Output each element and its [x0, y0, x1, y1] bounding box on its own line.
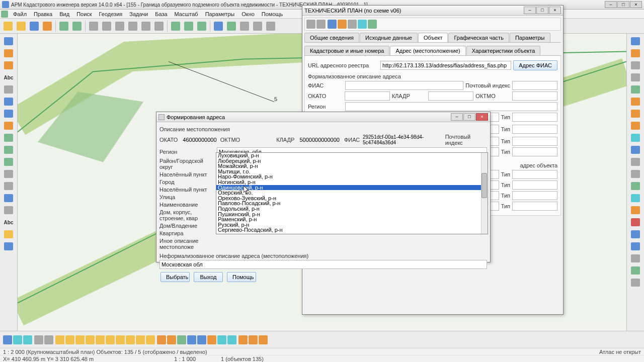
toolbar-globe[interactable]	[225, 20, 237, 32]
addr-max[interactable]: □	[463, 113, 475, 121]
tech-plan-close[interactable]: ×	[549, 7, 561, 14]
tp-tb-2[interactable]	[316, 20, 326, 29]
dropdown-item[interactable]: Ногинский, р-н	[216, 179, 488, 185]
subtab-chars[interactable]: Характеристики объекта	[466, 46, 541, 55]
type2-3[interactable]	[512, 191, 557, 200]
btb-23[interactable]	[227, 335, 236, 344]
btb-25[interactable]	[249, 335, 258, 344]
btb-19[interactable]	[187, 335, 196, 344]
btb-9[interactable]	[86, 335, 95, 344]
tech-plan-max[interactable]: □	[536, 7, 548, 14]
btb-1[interactable]	[3, 335, 12, 344]
window-min-button[interactable]: –	[605, 1, 617, 8]
tp-tb-1[interactable]	[306, 20, 315, 29]
window-close-button[interactable]: ×	[630, 1, 642, 8]
type2-4[interactable]	[512, 202, 557, 211]
okato-input[interactable]	[345, 92, 390, 101]
btb-22[interactable]	[217, 335, 226, 344]
btb-6[interactable]	[55, 335, 64, 344]
rtool-12[interactable]	[629, 168, 642, 179]
rtool-14[interactable]	[629, 193, 642, 204]
toolbar-c[interactable]	[127, 20, 139, 32]
rtool-5[interactable]	[629, 84, 642, 95]
type-input-1[interactable]	[512, 113, 557, 122]
tech-plan-min[interactable]: –	[524, 7, 536, 14]
tp-tb-7[interactable]	[368, 20, 377, 29]
rtool-8[interactable]	[629, 120, 642, 131]
addr-select-btn[interactable]: Выбрать	[160, 272, 190, 282]
btb-15[interactable]	[146, 335, 155, 344]
rtool-9[interactable]	[629, 132, 642, 143]
type2-1[interactable]	[512, 170, 557, 179]
toolbar-d[interactable]	[140, 20, 152, 32]
tab-object[interactable]: Объект	[418, 33, 448, 42]
toolbar-a[interactable]	[101, 20, 113, 32]
tab-source[interactable]: Исходные данные	[360, 33, 418, 42]
rtool-20[interactable]	[629, 265, 642, 276]
btb-21[interactable]	[207, 335, 216, 344]
menu-file[interactable]: Файл	[10, 10, 30, 18]
toolbar-new[interactable]	[2, 20, 14, 32]
toolbar-print[interactable]	[88, 20, 100, 32]
addr-help-btn[interactable]: Помощь	[227, 272, 256, 282]
btb-8[interactable]	[75, 335, 85, 344]
btb-24[interactable]	[238, 335, 248, 344]
tool-poly[interactable]	[2, 108, 15, 119]
rtool-15[interactable]	[629, 205, 642, 216]
rtool-13[interactable]	[629, 180, 642, 192]
dropdown-item[interactable]: Одинцовский, р-н	[216, 185, 488, 191]
rtool-7[interactable]	[629, 108, 642, 119]
dropdown-item[interactable]: Раменский, р-н	[216, 217, 488, 222]
menu-view[interactable]: Вид	[56, 10, 73, 18]
dropdown-item[interactable]: Подольский, р-н	[216, 206, 488, 212]
btb-11[interactable]	[106, 335, 115, 344]
toolbar-zoom-in[interactable]	[238, 20, 251, 32]
tool-blue2[interactable]	[2, 241, 15, 252]
btb-14[interactable]	[136, 335, 145, 344]
type-input-3[interactable]	[512, 137, 557, 146]
tool-draw[interactable]	[2, 48, 15, 59]
fias-input[interactable]	[345, 81, 463, 90]
tool-green3[interactable]	[2, 156, 15, 167]
btb-10[interactable]	[96, 335, 105, 344]
tool-cut[interactable]	[2, 193, 15, 204]
btb-20[interactable]	[197, 335, 206, 344]
btb-16[interactable]	[157, 335, 166, 344]
dropdown-item[interactable]: Можайский, р-н	[216, 163, 488, 169]
window-max-button[interactable]: □	[617, 1, 629, 8]
tool-layer[interactable]	[2, 120, 15, 131]
toolbar-b[interactable]	[114, 20, 126, 32]
btb-26[interactable]	[259, 335, 268, 344]
menu-edit[interactable]: Правка	[30, 10, 56, 18]
tab-graphic[interactable]: Графическая часть	[448, 33, 509, 42]
tool-small[interactable]	[2, 168, 15, 179]
rtool-1[interactable]	[629, 36, 642, 47]
tool-text[interactable]: Abc	[2, 72, 15, 83]
menu-help[interactable]: Помощь	[258, 10, 287, 18]
toolbar-back[interactable]	[170, 20, 182, 32]
toolbar-open[interactable]	[15, 20, 27, 32]
btb-3[interactable]	[23, 335, 32, 344]
a-informal-input[interactable]	[159, 260, 487, 269]
addr-exit-btn[interactable]: Выход	[194, 272, 223, 282]
tab-params[interactable]: Параметры	[510, 33, 550, 42]
dropdown-scroll-thumb[interactable]	[481, 173, 487, 198]
btb-5[interactable]	[44, 335, 53, 344]
toolbar-save[interactable]	[28, 20, 40, 32]
toolbar-list[interactable]	[153, 20, 165, 32]
rtool-4[interactable]	[629, 72, 642, 83]
menu-search[interactable]: Поиск	[73, 10, 95, 18]
dropdown-scrollbar[interactable]	[481, 153, 488, 234]
btb-7[interactable]	[65, 335, 74, 344]
rtool-17[interactable]	[629, 229, 642, 240]
btb-17[interactable]	[167, 335, 176, 344]
tool-pencil[interactable]	[2, 36, 15, 47]
rtool-19[interactable]	[629, 253, 642, 264]
tp-tb-3[interactable]	[328, 20, 337, 29]
district-dropdown-list[interactable]: Луховицкий, р-нЛюберецкий, р-нМожайский,…	[216, 152, 488, 234]
type-input-4[interactable]	[512, 147, 557, 156]
fias-button[interactable]: Адрес ФИАС	[513, 60, 557, 70]
tp-tb-5[interactable]	[348, 20, 357, 29]
dropdown-item[interactable]: Сергиево-Посадский, р-н	[216, 227, 488, 233]
dropdown-item[interactable]: Луховицкий, р-н	[216, 153, 488, 158]
